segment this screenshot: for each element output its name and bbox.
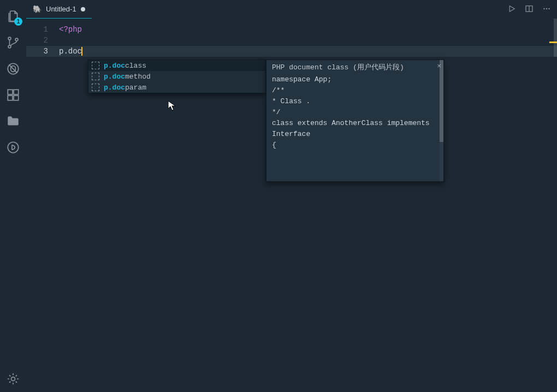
- activity-explorer[interactable]: 1: [0, 3, 26, 29]
- snippet-icon: [92, 84, 99, 91]
- suggest-match: p.doc: [104, 73, 125, 81]
- activity-folder[interactable]: [0, 108, 26, 134]
- ellipsis-icon: [542, 4, 552, 14]
- branch-icon: [6, 35, 20, 50]
- code-line-current[interactable]: 3 p.doc: [26, 46, 557, 57]
- svg-point-11: [543, 8, 544, 9]
- editor-tab-active[interactable]: 🐘 Untitled-1: [26, 0, 92, 19]
- line-number: 2: [26, 36, 59, 45]
- doc-scroll-thumb[interactable]: [440, 60, 443, 142]
- activity-debug[interactable]: [0, 56, 26, 82]
- svg-point-9: [11, 377, 15, 381]
- folder-icon: [6, 114, 20, 128]
- run-button[interactable]: [507, 4, 517, 15]
- explorer-badge: 1: [14, 17, 22, 26]
- tab-dirty-indicator: [81, 7, 85, 11]
- svg-point-0: [8, 37, 11, 40]
- code-line[interactable]: 1 <?php: [26, 24, 557, 35]
- editor-actions: [507, 0, 557, 19]
- split-editor-button[interactable]: [524, 4, 534, 15]
- snippet-icon: [92, 73, 99, 80]
- svg-point-8: [8, 142, 19, 153]
- doc-scrollbar[interactable]: [440, 60, 443, 181]
- doc-line: namespace App;: [272, 74, 438, 85]
- svg-point-12: [546, 8, 547, 9]
- circle-play-icon: [6, 140, 20, 155]
- doc-line: * Class .: [272, 96, 438, 107]
- line-number: 1: [26, 25, 59, 34]
- more-actions-button[interactable]: [542, 4, 552, 15]
- doc-line: Interface: [272, 129, 438, 140]
- bug-slash-icon: [6, 62, 20, 76]
- split-icon: [524, 4, 534, 14]
- text-caret: [81, 47, 82, 56]
- activity-settings[interactable]: [0, 366, 26, 392]
- svg-point-1: [8, 45, 11, 48]
- doc-line: class extends AnotherClass implements: [272, 118, 438, 129]
- token-php-open: <?php: [59, 25, 82, 34]
- tab-row: 🐘 Untitled-1: [26, 0, 557, 19]
- svg-point-13: [548, 8, 549, 9]
- svg-rect-4: [8, 90, 13, 94]
- svg-rect-6: [14, 96, 19, 100]
- doc-line: /**: [272, 85, 438, 96]
- suggest-rest: class: [125, 62, 146, 70]
- doc-line: */: [272, 107, 438, 118]
- suggest-rest: method: [125, 73, 151, 81]
- tab-title: Untitled-1: [46, 5, 76, 13]
- doc-body: namespace App; /** * Class . */ class ex…: [272, 74, 438, 151]
- activity-circle[interactable]: [0, 134, 26, 161]
- activity-source-control[interactable]: [0, 29, 26, 56]
- typed-text: p.doc: [59, 47, 82, 56]
- suggest-match: p.doc: [104, 84, 125, 92]
- doc-title: PHP document class (用户代码片段): [272, 62, 438, 73]
- suggest-item[interactable]: p.docparam: [88, 82, 265, 93]
- snippet-icon: [92, 62, 99, 69]
- suggest-match: p.doc: [104, 62, 125, 70]
- code-line[interactable]: 2: [26, 35, 557, 46]
- svg-rect-5: [8, 96, 13, 100]
- gear-icon: [6, 372, 20, 386]
- line-number: 3: [26, 47, 59, 56]
- activity-extensions[interactable]: [0, 82, 26, 108]
- suggest-item[interactable]: p.docmethod: [88, 71, 265, 82]
- svg-point-2: [15, 38, 18, 41]
- php-file-icon: 🐘: [33, 5, 42, 13]
- suggest-rest: param: [125, 84, 146, 92]
- suggest-documentation: × PHP document class (用户代码片段) namespace …: [266, 60, 444, 182]
- suggest-widget[interactable]: p.docclass p.docmethod p.docparam: [88, 60, 266, 93]
- scrollbar-overview[interactable]: [554, 19, 557, 57]
- overview-ruler-mark: [549, 41, 557, 43]
- svg-rect-7: [14, 90, 19, 94]
- extensions-icon: [6, 88, 20, 102]
- play-icon: [507, 4, 517, 14]
- code-content: 1 <?php 2 3 p.doc: [26, 19, 557, 57]
- suggest-item[interactable]: p.docclass: [88, 60, 265, 71]
- activity-bar: 1: [0, 0, 26, 392]
- doc-line: {: [272, 140, 438, 151]
